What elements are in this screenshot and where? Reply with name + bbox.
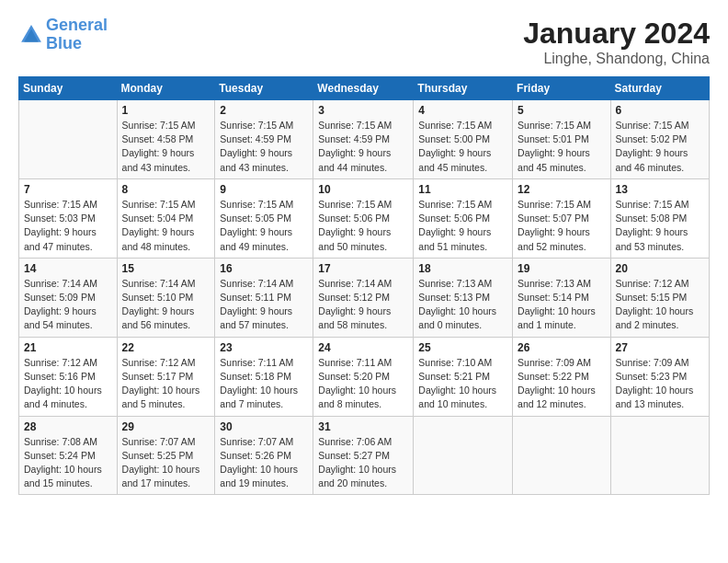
- calendar-day-cell: [19, 100, 118, 179]
- day-info: Sunrise: 7:08 AMSunset: 5:24 PMDaylight:…: [24, 435, 112, 491]
- calendar-table: SundayMondayTuesdayWednesdayThursdayFrid…: [18, 76, 710, 495]
- day-number: 8: [122, 183, 210, 196]
- calendar-day-cell: 2Sunrise: 7:15 AMSunset: 4:59 PMDaylight…: [215, 100, 313, 179]
- day-number: 2: [220, 104, 308, 117]
- calendar-day-cell: 30Sunrise: 7:07 AMSunset: 5:26 PMDayligh…: [215, 416, 313, 495]
- day-info: Sunrise: 7:14 AMSunset: 5:12 PMDaylight:…: [318, 277, 408, 333]
- calendar-day-cell: 13Sunrise: 7:15 AMSunset: 5:08 PMDayligh…: [610, 178, 709, 258]
- day-info: Sunrise: 7:13 AMSunset: 5:13 PMDaylight:…: [418, 277, 507, 333]
- day-info: Sunrise: 7:14 AMSunset: 5:10 PMDaylight:…: [122, 277, 210, 333]
- day-info: Sunrise: 7:15 AMSunset: 5:06 PMDaylight:…: [418, 198, 507, 254]
- day-number: 13: [616, 183, 704, 196]
- day-number: 19: [518, 262, 606, 275]
- day-number: 10: [318, 183, 408, 196]
- day-info: Sunrise: 7:12 AMSunset: 5:15 PMDaylight:…: [616, 277, 704, 333]
- calendar-title: January 2024: [523, 17, 710, 51]
- calendar-week-row: 1Sunrise: 7:15 AMSunset: 4:58 PMDaylight…: [19, 100, 710, 179]
- day-number: 11: [418, 183, 507, 196]
- day-info: Sunrise: 7:06 AMSunset: 5:27 PMDaylight:…: [318, 435, 408, 491]
- calendar-day-cell: 5Sunrise: 7:15 AMSunset: 5:01 PMDaylight…: [513, 100, 611, 179]
- day-info: Sunrise: 7:14 AMSunset: 5:09 PMDaylight:…: [24, 277, 112, 333]
- day-info: Sunrise: 7:15 AMSunset: 4:59 PMDaylight:…: [220, 119, 308, 175]
- day-number: 21: [24, 341, 112, 354]
- day-number: 1: [122, 104, 210, 117]
- day-info: Sunrise: 7:11 AMSunset: 5:18 PMDaylight:…: [220, 356, 308, 412]
- day-number: 9: [220, 183, 308, 196]
- calendar-day-cell: 14Sunrise: 7:14 AMSunset: 5:09 PMDayligh…: [19, 258, 118, 337]
- day-number: 27: [616, 341, 704, 354]
- day-number: 29: [122, 420, 210, 433]
- day-info: Sunrise: 7:15 AMSunset: 5:02 PMDaylight:…: [616, 119, 704, 175]
- calendar-day-cell: 11Sunrise: 7:15 AMSunset: 5:06 PMDayligh…: [414, 178, 513, 258]
- day-info: Sunrise: 7:15 AMSunset: 4:59 PMDaylight:…: [318, 119, 408, 175]
- calendar-day-cell: 22Sunrise: 7:12 AMSunset: 5:17 PMDayligh…: [117, 337, 215, 416]
- calendar-day-cell: 21Sunrise: 7:12 AMSunset: 5:16 PMDayligh…: [19, 337, 118, 416]
- weekday-header: Tuesday: [215, 77, 313, 100]
- weekday-header: Sunday: [19, 77, 118, 100]
- day-number: 20: [616, 262, 704, 275]
- weekday-header: Saturday: [610, 77, 709, 100]
- day-info: Sunrise: 7:15 AMSunset: 5:04 PMDaylight:…: [122, 198, 210, 254]
- calendar-day-cell: [610, 416, 709, 495]
- page-header: General Blue January 2024 Linghe, Shando…: [18, 17, 710, 67]
- calendar-day-cell: 20Sunrise: 7:12 AMSunset: 5:15 PMDayligh…: [610, 258, 709, 337]
- day-number: 14: [24, 262, 112, 275]
- day-number: 24: [318, 341, 408, 354]
- day-info: Sunrise: 7:15 AMSunset: 5:08 PMDaylight:…: [616, 198, 704, 254]
- day-number: 15: [122, 262, 210, 275]
- day-info: Sunrise: 7:15 AMSunset: 5:03 PMDaylight:…: [24, 198, 112, 254]
- calendar-week-row: 7Sunrise: 7:15 AMSunset: 5:03 PMDaylight…: [19, 178, 710, 258]
- calendar-day-cell: 23Sunrise: 7:11 AMSunset: 5:18 PMDayligh…: [215, 337, 313, 416]
- day-info: Sunrise: 7:07 AMSunset: 5:26 PMDaylight:…: [220, 435, 308, 491]
- day-number: 26: [518, 341, 606, 354]
- day-number: 4: [418, 104, 507, 117]
- weekday-header-row: SundayMondayTuesdayWednesdayThursdayFrid…: [19, 77, 710, 100]
- day-info: Sunrise: 7:15 AMSunset: 5:01 PMDaylight:…: [518, 119, 606, 175]
- calendar-day-cell: 18Sunrise: 7:13 AMSunset: 5:13 PMDayligh…: [414, 258, 513, 337]
- weekday-header: Wednesday: [313, 77, 414, 100]
- calendar-day-cell: 24Sunrise: 7:11 AMSunset: 5:20 PMDayligh…: [313, 337, 414, 416]
- day-info: Sunrise: 7:12 AMSunset: 5:17 PMDaylight:…: [122, 356, 210, 412]
- calendar-day-cell: 16Sunrise: 7:14 AMSunset: 5:11 PMDayligh…: [215, 258, 313, 337]
- calendar-day-cell: 4Sunrise: 7:15 AMSunset: 5:00 PMDaylight…: [414, 100, 513, 179]
- day-info: Sunrise: 7:14 AMSunset: 5:11 PMDaylight:…: [220, 277, 308, 333]
- day-number: 18: [418, 262, 507, 275]
- logo-icon: [18, 22, 44, 48]
- day-number: 28: [24, 420, 112, 433]
- calendar-day-cell: 10Sunrise: 7:15 AMSunset: 5:06 PMDayligh…: [313, 178, 414, 258]
- day-number: 5: [518, 104, 606, 117]
- day-info: Sunrise: 7:15 AMSunset: 4:58 PMDaylight:…: [122, 119, 210, 175]
- calendar-day-cell: 9Sunrise: 7:15 AMSunset: 5:05 PMDaylight…: [215, 178, 313, 258]
- logo: General Blue: [18, 17, 108, 53]
- day-number: 12: [518, 183, 606, 196]
- weekday-header: Thursday: [414, 77, 513, 100]
- day-info: Sunrise: 7:07 AMSunset: 5:25 PMDaylight:…: [122, 435, 210, 491]
- day-info: Sunrise: 7:09 AMSunset: 5:23 PMDaylight:…: [616, 356, 704, 412]
- day-info: Sunrise: 7:15 AMSunset: 5:00 PMDaylight:…: [418, 119, 507, 175]
- title-block: January 2024 Linghe, Shandong, China: [523, 17, 710, 67]
- calendar-day-cell: 29Sunrise: 7:07 AMSunset: 5:25 PMDayligh…: [117, 416, 215, 495]
- calendar-day-cell: [414, 416, 513, 495]
- day-number: 30: [220, 420, 308, 433]
- day-info: Sunrise: 7:15 AMSunset: 5:05 PMDaylight:…: [220, 198, 308, 254]
- day-info: Sunrise: 7:13 AMSunset: 5:14 PMDaylight:…: [518, 277, 606, 333]
- day-number: 22: [122, 341, 210, 354]
- day-info: Sunrise: 7:15 AMSunset: 5:06 PMDaylight:…: [318, 198, 408, 254]
- day-info: Sunrise: 7:10 AMSunset: 5:21 PMDaylight:…: [418, 356, 507, 412]
- day-number: 17: [318, 262, 408, 275]
- day-info: Sunrise: 7:12 AMSunset: 5:16 PMDaylight:…: [24, 356, 112, 412]
- day-number: 16: [220, 262, 308, 275]
- calendar-day-cell: 27Sunrise: 7:09 AMSunset: 5:23 PMDayligh…: [610, 337, 709, 416]
- calendar-subtitle: Linghe, Shandong, China: [523, 51, 710, 67]
- calendar-day-cell: 19Sunrise: 7:13 AMSunset: 5:14 PMDayligh…: [513, 258, 611, 337]
- day-info: Sunrise: 7:15 AMSunset: 5:07 PMDaylight:…: [518, 198, 606, 254]
- calendar-day-cell: [513, 416, 611, 495]
- calendar-day-cell: 8Sunrise: 7:15 AMSunset: 5:04 PMDaylight…: [117, 178, 215, 258]
- day-number: 25: [418, 341, 507, 354]
- calendar-day-cell: 17Sunrise: 7:14 AMSunset: 5:12 PMDayligh…: [313, 258, 414, 337]
- weekday-header: Monday: [117, 77, 215, 100]
- calendar-day-cell: 3Sunrise: 7:15 AMSunset: 4:59 PMDaylight…: [313, 100, 414, 179]
- calendar-day-cell: 28Sunrise: 7:08 AMSunset: 5:24 PMDayligh…: [19, 416, 118, 495]
- calendar-day-cell: 1Sunrise: 7:15 AMSunset: 4:58 PMDaylight…: [117, 100, 215, 179]
- calendar-day-cell: 31Sunrise: 7:06 AMSunset: 5:27 PMDayligh…: [313, 416, 414, 495]
